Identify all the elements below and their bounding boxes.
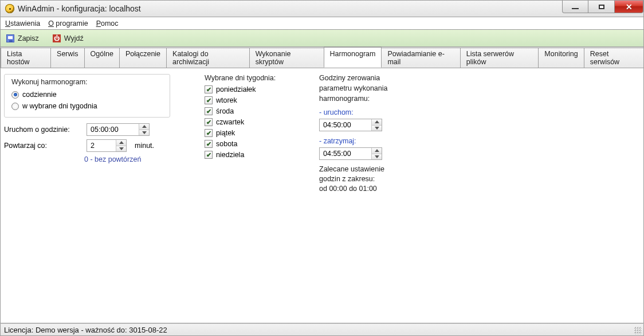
resize-grip-icon[interactable] [634, 326, 642, 334]
close-icon: ✕ [626, 2, 633, 11]
save-button[interactable]: Zapisz [6, 34, 39, 42]
menubar: Ustawienia O programie Pomoc [0, 17, 644, 30]
menu-ustawienia[interactable]: Ustawienia [5, 19, 40, 28]
start-spinner[interactable]: 04:50:00 [319, 119, 382, 131]
reset-h3: harmonogramu: [319, 95, 434, 103]
checkbox-icon: ✔ [205, 129, 213, 137]
checkbox-icon: ✔ [205, 107, 213, 115]
col-schedule: Wykonuj harmonogram: codziennie w wybran… [4, 74, 170, 319]
lbl-fri: piątek [216, 129, 235, 137]
window-frame: WinAdmin - konfiguracja: localhost ✕ Ust… [0, 0, 644, 336]
chk-sat[interactable]: ✔sobota [205, 140, 296, 148]
minimize-button[interactable] [562, 1, 588, 13]
stop-value[interactable]: 04:55:00 [320, 148, 371, 159]
repeat-value[interactable]: 2 [87, 140, 116, 151]
row-run-at: Uruchom o godzinie: 05:00:00 [4, 123, 170, 136]
tab-reset[interactable]: Reset serwisów [584, 48, 644, 68]
tab-lista-hostow[interactable]: Lista hostów [1, 48, 51, 68]
start-down[interactable] [372, 126, 382, 131]
start-value[interactable]: 04:50:00 [320, 119, 371, 131]
repeat-unit: minut. [135, 142, 154, 150]
toolbar: Zapisz ⏻ Wyjdź [0, 30, 644, 47]
maximize-icon [599, 5, 604, 9]
run-at-down[interactable] [139, 130, 149, 136]
checkbox-icon: ✔ [205, 151, 213, 159]
tab-monitoring[interactable]: Monitoring [538, 48, 584, 68]
chevron-up-icon [142, 125, 147, 128]
checkbox-icon: ✔ [205, 140, 213, 148]
chk-thu[interactable]: ✔czwartek [205, 118, 296, 126]
window-buttons: ✕ [562, 1, 643, 13]
radio-selected-indicator [11, 103, 19, 110]
chevron-down-icon [142, 131, 147, 134]
lbl-wed: środa [216, 107, 234, 115]
minimize-icon [572, 8, 579, 9]
exit-icon: ⏻ [53, 34, 61, 42]
exit-label: Wyjdź [64, 34, 84, 42]
tab-content: Wykonuj harmonogram: codziennie w wybran… [0, 68, 644, 323]
run-at-up[interactable] [139, 124, 149, 130]
stop-up[interactable] [372, 148, 382, 154]
repeat-down[interactable] [116, 146, 126, 152]
maximize-button[interactable] [588, 1, 615, 13]
chk-tue[interactable]: ✔wtorek [205, 96, 296, 104]
menu-pomoc[interactable]: Pomoc [96, 19, 119, 28]
group-legend: Wykonuj harmonogram: [11, 78, 163, 86]
repeat-spinner[interactable]: 2 [87, 139, 127, 152]
statusbar: Licencja: Demo wersja - ważność do: 3015… [0, 323, 644, 336]
repeat-hint: 0 - bez powtórzeń [84, 155, 170, 163]
tab-email[interactable]: Powiadamianie e-mail [381, 48, 460, 68]
stop-spinner[interactable]: 04:55:00 [319, 147, 382, 160]
start-up[interactable] [372, 119, 382, 126]
chevron-down-icon [119, 147, 124, 150]
stop-down[interactable] [372, 154, 382, 160]
tab-ogolne[interactable]: Ogólne [84, 48, 120, 68]
note1: Zalecane ustawienie [319, 165, 434, 174]
run-at-value[interactable]: 05:00:00 [87, 124, 139, 135]
chk-fri[interactable]: ✔piątek [205, 129, 296, 137]
note3: od 00:00 do 01:00 [319, 184, 434, 194]
exit-button[interactable]: ⏻ Wyjdź [53, 34, 84, 42]
chevron-down-icon [375, 127, 379, 130]
chevron-up-icon [375, 149, 379, 152]
radio-selected-days[interactable]: w wybrane dni tygodnia [11, 102, 163, 110]
repeat-spin-btns [116, 140, 126, 151]
chevron-down-icon [375, 155, 379, 158]
radio-selected-label: w wybrane dni tygodnia [22, 102, 97, 110]
tab-harmonogram[interactable]: Harmonogram [324, 47, 382, 68]
days-header: Wybrane dni tygodnia: [205, 74, 296, 82]
chk-mon[interactable]: ✔poniedziałek [205, 85, 296, 93]
run-at-spin-btns [139, 124, 149, 135]
chk-sun[interactable]: ✔niedziela [205, 151, 296, 159]
titlebar[interactable]: WinAdmin - konfiguracja: localhost ✕ [0, 0, 644, 17]
save-icon [6, 34, 14, 42]
status-text: Licencja: Demo wersja - ważność do: 3015… [4, 326, 167, 334]
close-button[interactable]: ✕ [615, 1, 643, 13]
lbl-sun: niedziela [216, 151, 244, 159]
group-schedule-mode: Wykonuj harmonogram: codziennie w wybran… [4, 74, 170, 118]
tab-skrypty[interactable]: Wykonanie skryptów [249, 48, 324, 68]
app-icon [5, 4, 14, 13]
tab-polaczenie[interactable]: Połączenie [119, 48, 167, 68]
col-days: Wybrane dni tygodnia: ✔poniedziałek ✔wto… [205, 74, 296, 319]
start-label: - uruchom: [319, 108, 434, 116]
run-at-label: Uruchom o godzinie: [4, 126, 78, 134]
chevron-up-icon [375, 120, 379, 123]
menu-oprogramie-rest: programie [54, 19, 88, 28]
reset-h2: parametru wykonania [319, 84, 434, 92]
stop-label: - zatrzymaj: [319, 137, 434, 145]
radio-daily[interactable]: codziennie [11, 91, 163, 99]
start-spin-btns [371, 119, 382, 131]
checkbox-icon: ✔ [205, 85, 213, 93]
row-repeat: Powtarzaj co: 2 minut. [4, 139, 170, 152]
repeat-label: Powtarzaj co: [4, 142, 78, 150]
menu-o-programie[interactable]: O programie [48, 19, 88, 28]
save-label: Zapisz [18, 34, 39, 42]
chk-wed[interactable]: ✔środa [205, 107, 296, 115]
tab-serwery[interactable]: Lista serwerów plików [460, 48, 539, 68]
repeat-up[interactable] [116, 140, 126, 146]
tab-katalogi[interactable]: Katalogi do archiwizacji [166, 48, 250, 68]
tab-serwis[interactable]: Serwis [50, 48, 85, 68]
run-at-spinner[interactable]: 05:00:00 [87, 123, 150, 136]
menu-ustawienia-rest: stawienia [10, 19, 40, 28]
